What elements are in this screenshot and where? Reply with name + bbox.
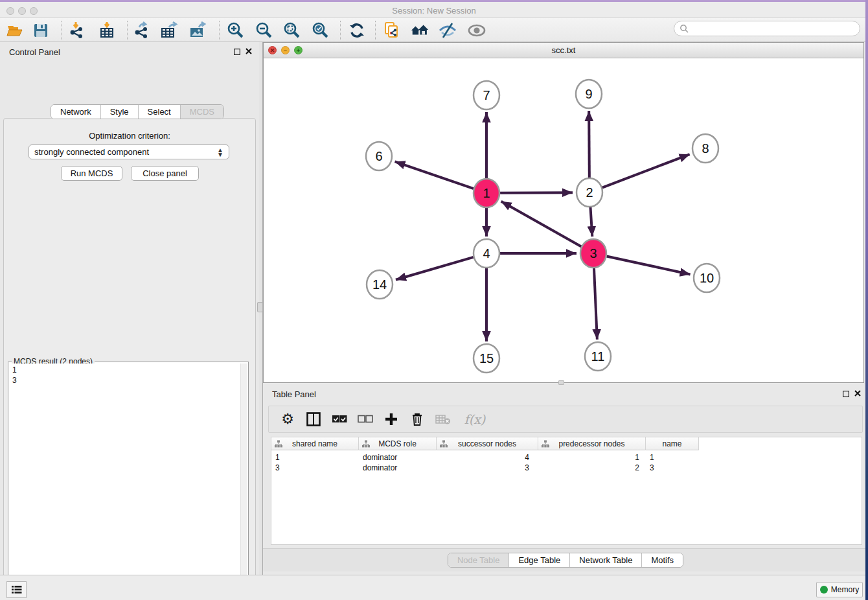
- dropdown-value: strongly connected component: [34, 147, 149, 157]
- cell-name: 1: [646, 452, 699, 463]
- optimization-criterion-select[interactable]: strongly connected component ▲▼: [29, 144, 229, 159]
- close-table-panel-icon[interactable]: [853, 389, 862, 398]
- column-header-predecessor-nodes[interactable]: predecessor nodes: [538, 437, 646, 450]
- svg-text:14: 14: [372, 277, 387, 292]
- table-row[interactable]: 3dominator323: [271, 463, 699, 473]
- zoom-fit-icon[interactable]: [282, 21, 301, 40]
- save-session-icon[interactable]: [31, 21, 51, 40]
- svg-text:9: 9: [585, 87, 592, 101]
- node-table: shared nameMCDS rolesuccessor nodesprede…: [271, 437, 862, 545]
- node-15[interactable]: 15: [474, 344, 499, 373]
- mcds-result-text[interactable]: 1 3: [10, 363, 240, 600]
- gear-icon[interactable]: ⚙: [279, 411, 296, 428]
- duplicate-network-icon[interactable]: [382, 21, 402, 40]
- node-6[interactable]: 6: [366, 142, 392, 170]
- select-all-icon[interactable]: [331, 411, 348, 428]
- import-table-icon[interactable]: [97, 21, 117, 40]
- node-3[interactable]: 3: [580, 239, 606, 268]
- export-network-icon[interactable]: [132, 21, 152, 40]
- svg-text:1: 1: [483, 186, 490, 200]
- control-panel-title: Control Panel: [9, 47, 60, 57]
- column-view-icon[interactable]: [305, 411, 322, 428]
- memory-button[interactable]: Memory: [816, 582, 863, 597]
- memory-status-icon: [820, 586, 828, 594]
- table-toolbar: ⚙ f(x): [268, 406, 863, 433]
- edge-2-3[interactable]: [590, 206, 592, 237]
- tab-mcds[interactable]: MCDS: [180, 105, 223, 119]
- tab-network[interactable]: Network: [51, 105, 100, 119]
- table-header-row: shared nameMCDS rolesuccessor nodesprede…: [271, 437, 699, 450]
- edge-1-2[interactable]: [500, 192, 573, 193]
- optimization-criterion-label: Optimization criterion:: [0, 131, 259, 141]
- node-1[interactable]: 1: [474, 179, 499, 207]
- node-10[interactable]: 10: [694, 264, 720, 292]
- edge-3-10[interactable]: [607, 256, 691, 274]
- svg-text:6: 6: [375, 149, 382, 163]
- zoom-out-icon[interactable]: [254, 21, 273, 40]
- close-panel-button[interactable]: Close panel: [131, 166, 199, 181]
- node-9[interactable]: 9: [576, 80, 602, 108]
- add-column-icon[interactable]: [383, 411, 400, 428]
- desktop-edge-top: [0, 0, 868, 2]
- first-neighbors-icon[interactable]: [410, 21, 429, 40]
- node-2[interactable]: 2: [577, 178, 602, 207]
- import-network-icon[interactable]: [67, 21, 87, 40]
- tab-node-table[interactable]: Node Table: [448, 553, 509, 567]
- export-image-icon[interactable]: [188, 21, 208, 40]
- float-panel-icon[interactable]: [233, 47, 242, 56]
- delete-table-icon[interactable]: [435, 411, 451, 428]
- run-mcds-button[interactable]: Run MCDS: [61, 166, 122, 181]
- node-14[interactable]: 14: [367, 270, 393, 299]
- zoom-selected-icon[interactable]: [310, 21, 330, 40]
- deselect-all-icon[interactable]: [357, 411, 374, 428]
- edge-1-6[interactable]: [395, 161, 474, 189]
- result-scrollbar[interactable]: [240, 363, 247, 600]
- column-header-shared-name[interactable]: shared name: [271, 437, 359, 450]
- apply-layout-icon[interactable]: [347, 21, 367, 40]
- tab-motifs[interactable]: Motifs: [641, 553, 683, 567]
- edge-2-8[interactable]: [602, 154, 690, 187]
- float-table-panel-icon[interactable]: [841, 389, 851, 398]
- show-panels-icon[interactable]: [467, 21, 486, 40]
- delete-column-icon[interactable]: [409, 411, 426, 428]
- column-header-successor-nodes[interactable]: successor nodes: [437, 437, 538, 450]
- export-table-icon[interactable]: [160, 21, 179, 40]
- edge-3-11[interactable]: [594, 267, 597, 340]
- column-header-name[interactable]: name: [646, 437, 699, 450]
- app-titlebar: Session: New Session: [0, 2, 868, 18]
- node-8[interactable]: 8: [692, 134, 718, 163]
- close-panel-icon[interactable]: [244, 47, 253, 56]
- toolbar-separator: [61, 21, 62, 40]
- vertical-splitter-grip[interactable]: [257, 302, 263, 312]
- table-tabs-strip: Node TableEdge TableNetwork TableMotifs: [263, 548, 868, 571]
- tab-edge-table[interactable]: Edge Table: [508, 553, 569, 567]
- tab-network-table[interactable]: Network Table: [569, 553, 641, 567]
- table-row[interactable]: 1dominator411: [271, 452, 699, 463]
- column-header-mcds-role[interactable]: MCDS role: [359, 437, 437, 450]
- network-window-titlebar: ✕ − + scc.txt: [264, 43, 863, 58]
- edge-3-1[interactable]: [501, 202, 582, 247]
- horizontal-splitter-grip[interactable]: [558, 380, 564, 385]
- search-input[interactable]: [674, 21, 860, 36]
- task-history-button[interactable]: [6, 581, 27, 598]
- function-builder-icon[interactable]: f(x): [461, 411, 489, 428]
- node-11[interactable]: 11: [585, 342, 611, 371]
- node-7[interactable]: 7: [474, 81, 499, 110]
- main-toolbar: [0, 18, 868, 42]
- node-4[interactable]: 4: [474, 239, 499, 268]
- tab-select[interactable]: Select: [138, 105, 180, 119]
- cell-shared-name: 3: [271, 463, 359, 473]
- cell-mcds-role: dominator: [359, 452, 437, 463]
- search-icon: [680, 24, 689, 33]
- edge-4-14[interactable]: [396, 257, 474, 280]
- table-tabs: Node TableEdge TableNetwork TableMotifs: [448, 553, 683, 568]
- tab-style[interactable]: Style: [100, 105, 138, 119]
- zoom-in-icon[interactable]: [225, 21, 245, 40]
- open-file-icon[interactable]: [5, 21, 25, 40]
- control-panel: Control Panel NetworkStyleSelectMCDS Opt…: [0, 42, 259, 575]
- hide-panels-icon[interactable]: [438, 21, 457, 40]
- status-bar: Memory: [0, 575, 868, 600]
- edge-2-9[interactable]: [589, 111, 589, 179]
- list-icon: [12, 585, 22, 594]
- network-canvas[interactable]: 7968124314101511: [264, 58, 863, 382]
